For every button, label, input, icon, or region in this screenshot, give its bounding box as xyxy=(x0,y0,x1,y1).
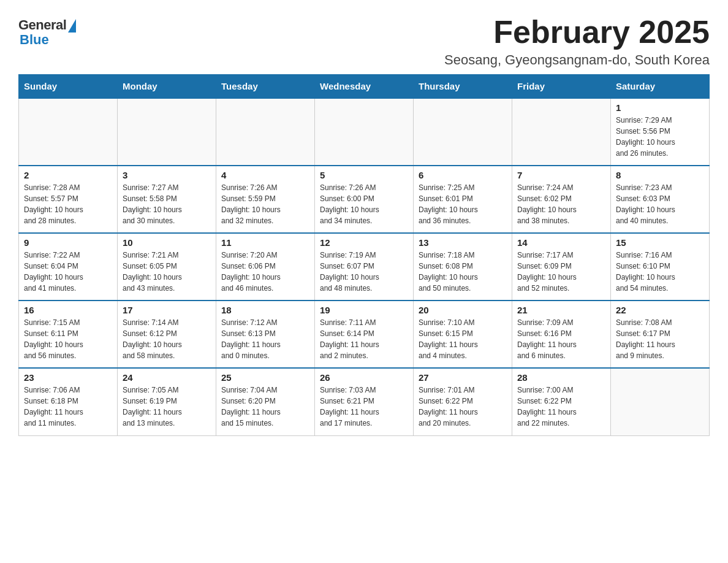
calendar-cell: 9Sunrise: 7:22 AM Sunset: 6:04 PM Daylig… xyxy=(19,233,118,301)
weekday-header-tuesday: Tuesday xyxy=(216,75,315,99)
logo: General Blue xyxy=(18,17,76,48)
subtitle: Seosang, Gyeongsangnam-do, South Korea xyxy=(444,52,710,68)
calendar-cell xyxy=(512,98,611,166)
calendar-cell xyxy=(414,98,512,166)
week-row-0: 1Sunrise: 7:29 AM Sunset: 5:56 PM Daylig… xyxy=(19,98,710,166)
day-info: Sunrise: 7:28 AM Sunset: 5:57 PM Dayligh… xyxy=(24,182,112,226)
calendar-cell xyxy=(19,98,118,166)
calendar-cell xyxy=(611,368,710,435)
title-area: February 2025 Seosang, Gyeongsangnam-do,… xyxy=(444,15,710,68)
day-number: 12 xyxy=(320,237,408,248)
day-number: 22 xyxy=(616,305,704,315)
calendar-cell: 18Sunrise: 7:12 AM Sunset: 6:13 PM Dayli… xyxy=(216,301,315,368)
calendar-cell: 14Sunrise: 7:17 AM Sunset: 6:09 PM Dayli… xyxy=(512,233,611,301)
day-number: 17 xyxy=(123,305,211,315)
weekday-header-friday: Friday xyxy=(512,75,611,99)
day-number: 14 xyxy=(517,237,605,248)
logo-triangle-icon xyxy=(68,19,76,33)
day-info: Sunrise: 7:21 AM Sunset: 6:05 PM Dayligh… xyxy=(123,250,211,294)
day-number: 16 xyxy=(24,305,112,315)
calendar-cell: 7Sunrise: 7:24 AM Sunset: 6:02 PM Daylig… xyxy=(512,166,611,233)
week-row-1: 2Sunrise: 7:28 AM Sunset: 5:57 PM Daylig… xyxy=(19,166,710,233)
calendar-cell xyxy=(315,98,414,166)
day-number: 2 xyxy=(24,170,112,180)
weekday-header-monday: Monday xyxy=(118,75,216,99)
day-info: Sunrise: 7:05 AM Sunset: 6:19 PM Dayligh… xyxy=(123,385,211,429)
day-info: Sunrise: 7:09 AM Sunset: 6:16 PM Dayligh… xyxy=(517,317,605,361)
day-number: 27 xyxy=(419,372,507,383)
day-number: 19 xyxy=(320,305,408,315)
calendar-cell: 22Sunrise: 7:08 AM Sunset: 6:17 PM Dayli… xyxy=(611,301,710,368)
calendar-cell: 10Sunrise: 7:21 AM Sunset: 6:05 PM Dayli… xyxy=(118,233,216,301)
calendar-cell xyxy=(118,98,216,166)
header: General Blue February 2025 Seosang, Gyeo… xyxy=(18,15,710,68)
day-number: 24 xyxy=(123,372,211,383)
day-info: Sunrise: 7:16 AM Sunset: 6:10 PM Dayligh… xyxy=(616,250,704,294)
logo-blue-text: Blue xyxy=(18,32,49,48)
calendar-cell: 28Sunrise: 7:00 AM Sunset: 6:22 PM Dayli… xyxy=(512,368,611,435)
day-info: Sunrise: 7:25 AM Sunset: 6:01 PM Dayligh… xyxy=(419,182,507,226)
day-info: Sunrise: 7:03 AM Sunset: 6:21 PM Dayligh… xyxy=(320,385,408,429)
week-row-3: 16Sunrise: 7:15 AM Sunset: 6:11 PM Dayli… xyxy=(19,301,710,368)
calendar-cell: 20Sunrise: 7:10 AM Sunset: 6:15 PM Dayli… xyxy=(414,301,512,368)
week-row-4: 23Sunrise: 7:06 AM Sunset: 6:18 PM Dayli… xyxy=(19,368,710,435)
weekday-header-wednesday: Wednesday xyxy=(315,75,414,99)
day-number: 21 xyxy=(517,305,605,315)
day-number: 9 xyxy=(24,237,112,248)
calendar-cell: 4Sunrise: 7:26 AM Sunset: 5:59 PM Daylig… xyxy=(216,166,315,233)
calendar-cell xyxy=(216,98,315,166)
day-info: Sunrise: 7:22 AM Sunset: 6:04 PM Dayligh… xyxy=(24,250,112,294)
day-number: 8 xyxy=(616,170,704,180)
day-info: Sunrise: 7:01 AM Sunset: 6:22 PM Dayligh… xyxy=(419,385,507,429)
day-number: 20 xyxy=(419,305,507,315)
day-number: 1 xyxy=(616,102,704,113)
calendar-cell: 16Sunrise: 7:15 AM Sunset: 6:11 PM Dayli… xyxy=(19,301,118,368)
day-number: 23 xyxy=(24,372,112,383)
day-info: Sunrise: 7:27 AM Sunset: 5:58 PM Dayligh… xyxy=(123,182,211,226)
day-info: Sunrise: 7:04 AM Sunset: 6:20 PM Dayligh… xyxy=(221,385,309,429)
weekday-header-sunday: Sunday xyxy=(19,75,118,99)
day-number: 28 xyxy=(517,372,605,383)
weekday-header-thursday: Thursday xyxy=(414,75,512,99)
day-info: Sunrise: 7:29 AM Sunset: 5:56 PM Dayligh… xyxy=(616,115,704,159)
calendar-cell: 11Sunrise: 7:20 AM Sunset: 6:06 PM Dayli… xyxy=(216,233,315,301)
calendar-cell: 24Sunrise: 7:05 AM Sunset: 6:19 PM Dayli… xyxy=(118,368,216,435)
calendar-cell: 12Sunrise: 7:19 AM Sunset: 6:07 PM Dayli… xyxy=(315,233,414,301)
day-number: 26 xyxy=(320,372,408,383)
calendar-cell: 27Sunrise: 7:01 AM Sunset: 6:22 PM Dayli… xyxy=(414,368,512,435)
calendar-cell: 13Sunrise: 7:18 AM Sunset: 6:08 PM Dayli… xyxy=(414,233,512,301)
day-number: 18 xyxy=(221,305,309,315)
calendar-cell: 15Sunrise: 7:16 AM Sunset: 6:10 PM Dayli… xyxy=(611,233,710,301)
day-number: 4 xyxy=(221,170,309,180)
day-number: 10 xyxy=(123,237,211,248)
day-number: 3 xyxy=(123,170,211,180)
day-number: 15 xyxy=(616,237,704,248)
calendar-cell: 23Sunrise: 7:06 AM Sunset: 6:18 PM Dayli… xyxy=(19,368,118,435)
day-number: 25 xyxy=(221,372,309,383)
day-info: Sunrise: 7:11 AM Sunset: 6:14 PM Dayligh… xyxy=(320,317,408,361)
day-info: Sunrise: 7:20 AM Sunset: 6:06 PM Dayligh… xyxy=(221,250,309,294)
day-number: 11 xyxy=(221,237,309,248)
day-info: Sunrise: 7:14 AM Sunset: 6:12 PM Dayligh… xyxy=(123,317,211,361)
calendar-cell: 25Sunrise: 7:04 AM Sunset: 6:20 PM Dayli… xyxy=(216,368,315,435)
day-info: Sunrise: 7:06 AM Sunset: 6:18 PM Dayligh… xyxy=(24,385,112,429)
day-info: Sunrise: 7:10 AM Sunset: 6:15 PM Dayligh… xyxy=(419,317,507,361)
day-info: Sunrise: 7:19 AM Sunset: 6:07 PM Dayligh… xyxy=(320,250,408,294)
day-info: Sunrise: 7:18 AM Sunset: 6:08 PM Dayligh… xyxy=(419,250,507,294)
calendar-table: SundayMondayTuesdayWednesdayThursdayFrid… xyxy=(18,74,710,436)
day-info: Sunrise: 7:26 AM Sunset: 5:59 PM Dayligh… xyxy=(221,182,309,226)
day-number: 13 xyxy=(419,237,507,248)
calendar-cell: 2Sunrise: 7:28 AM Sunset: 5:57 PM Daylig… xyxy=(19,166,118,233)
week-row-2: 9Sunrise: 7:22 AM Sunset: 6:04 PM Daylig… xyxy=(19,233,710,301)
day-info: Sunrise: 7:26 AM Sunset: 6:00 PM Dayligh… xyxy=(320,182,408,226)
day-number: 6 xyxy=(419,170,507,180)
day-info: Sunrise: 7:17 AM Sunset: 6:09 PM Dayligh… xyxy=(517,250,605,294)
day-info: Sunrise: 7:00 AM Sunset: 6:22 PM Dayligh… xyxy=(517,385,605,429)
calendar-cell: 5Sunrise: 7:26 AM Sunset: 6:00 PM Daylig… xyxy=(315,166,414,233)
calendar-cell: 26Sunrise: 7:03 AM Sunset: 6:21 PM Dayli… xyxy=(315,368,414,435)
day-info: Sunrise: 7:24 AM Sunset: 6:02 PM Dayligh… xyxy=(517,182,605,226)
weekday-header-row: SundayMondayTuesdayWednesdayThursdayFrid… xyxy=(19,75,710,99)
day-info: Sunrise: 7:12 AM Sunset: 6:13 PM Dayligh… xyxy=(221,317,309,361)
weekday-header-saturday: Saturday xyxy=(611,75,710,99)
calendar-cell: 8Sunrise: 7:23 AM Sunset: 6:03 PM Daylig… xyxy=(611,166,710,233)
